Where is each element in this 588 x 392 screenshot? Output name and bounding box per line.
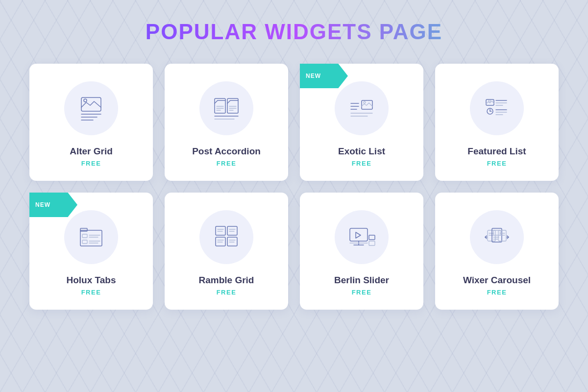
exotic-list-new-badge: NEW <box>300 64 335 81</box>
card-post-accordion[interactable]: Post Accordion FREE <box>165 64 288 181</box>
wixer-carousel-icon-circle <box>470 210 524 264</box>
svg-point-21 <box>364 101 366 103</box>
svg-rect-62 <box>369 241 375 245</box>
page-title: POPULAR WIDGETS PAGE <box>29 20 559 44</box>
wixer-carousel-badge: FREE <box>487 289 507 296</box>
exotic-list-icon <box>346 93 377 124</box>
post-accordion-name: Post Accordion <box>192 146 261 157</box>
page-wrapper: POPULAR WIDGETS PAGE Alter Grid FREE <box>0 0 588 334</box>
berlin-slider-badge: FREE <box>352 289 372 296</box>
ramble-grid-icon <box>211 221 242 253</box>
holux-tabs-new-badge: NEW <box>29 193 65 210</box>
svg-rect-38 <box>80 228 87 231</box>
svg-rect-57 <box>350 228 368 241</box>
alter-grid-icon <box>75 93 107 124</box>
alter-grid-name: Alter Grid <box>70 146 113 157</box>
post-accordion-icon <box>211 93 242 124</box>
svg-rect-39 <box>82 234 87 238</box>
card-ramble-grid[interactable]: Ramble Grid FREE <box>165 193 288 310</box>
berlin-slider-icon <box>346 221 377 253</box>
exotic-list-icon-circle <box>335 81 389 135</box>
card-berlin-slider[interactable]: Berlin Slider FREE <box>300 193 423 310</box>
holux-tabs-icon-circle <box>64 210 118 264</box>
new-badge-shape: NEW <box>300 64 337 82</box>
berlin-slider-icon-circle <box>335 210 389 264</box>
featured-list-icon <box>481 93 513 124</box>
ramble-grid-name: Ramble Grid <box>199 275 254 286</box>
new-badge-shape-2: NEW <box>29 193 67 211</box>
post-accordion-badge: FREE <box>217 160 237 167</box>
svg-point-25 <box>489 100 490 102</box>
ramble-grid-icon-circle <box>199 210 253 264</box>
svg-rect-48 <box>227 237 237 246</box>
ramble-grid-badge: FREE <box>217 289 237 296</box>
svg-rect-42 <box>82 240 87 244</box>
svg-rect-47 <box>216 237 225 246</box>
exotic-list-name: Exotic List <box>338 146 385 157</box>
exotic-list-badge: FREE <box>352 160 372 167</box>
post-accordion-icon-circle <box>199 81 253 135</box>
card-featured-list[interactable]: Featured List FREE <box>435 64 559 181</box>
featured-list-icon-circle <box>470 81 524 135</box>
svg-marker-35 <box>29 193 67 211</box>
alter-grid-badge: FREE <box>81 160 101 167</box>
holux-tabs-name: Holux Tabs <box>67 275 116 286</box>
card-wixer-carousel[interactable]: Wixer Carousel FREE <box>435 193 559 310</box>
holux-tabs-badge: FREE <box>81 289 101 296</box>
wixer-carousel-icon <box>481 221 513 253</box>
berlin-slider-name: Berlin Slider <box>334 275 389 286</box>
svg-marker-60 <box>356 232 361 238</box>
featured-list-name: Featured List <box>467 146 526 157</box>
svg-rect-61 <box>369 235 375 240</box>
featured-list-badge: FREE <box>487 160 507 167</box>
svg-rect-45 <box>216 226 225 235</box>
svg-rect-46 <box>227 226 237 235</box>
svg-rect-71 <box>498 230 506 241</box>
holux-tabs-icon <box>75 221 107 253</box>
svg-marker-15 <box>300 64 337 82</box>
svg-text:NEW: NEW <box>35 198 51 206</box>
svg-point-1 <box>84 99 87 102</box>
svg-rect-64 <box>488 230 495 241</box>
card-alter-grid[interactable]: Alter Grid FREE <box>29 64 153 181</box>
svg-rect-68 <box>493 230 500 235</box>
widget-grid: Alter Grid FREE <box>29 64 559 310</box>
card-holux-tabs[interactable]: NEW Holux Tabs FREE <box>29 193 153 310</box>
alter-grid-icon-circle <box>64 81 118 135</box>
wixer-carousel-name: Wixer Carousel <box>463 275 531 286</box>
svg-text:NEW: NEW <box>306 70 322 77</box>
card-exotic-list[interactable]: NEW Exotic List FRE <box>300 64 423 181</box>
